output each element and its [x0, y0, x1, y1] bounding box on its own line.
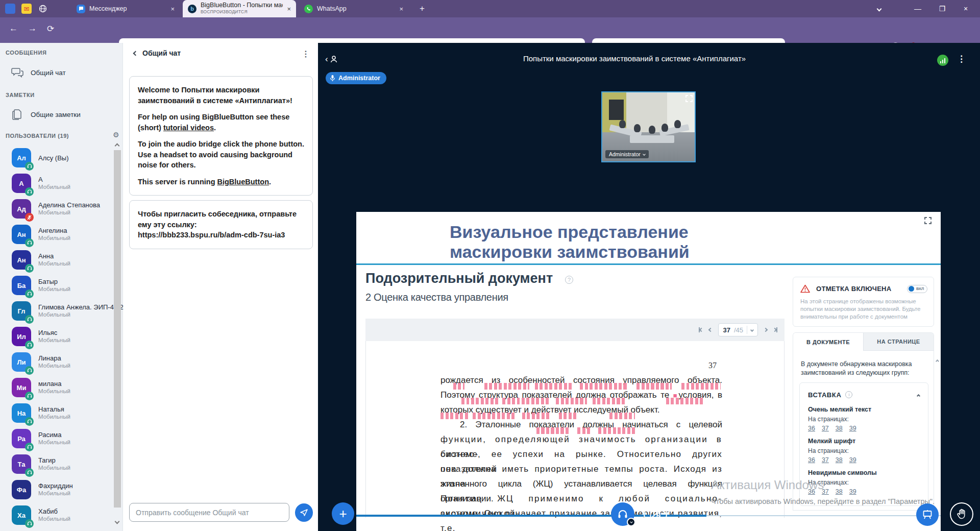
pages-label: На страницах: — [808, 447, 920, 454]
page-link[interactable]: 38 — [836, 425, 843, 432]
globe-icon[interactable] — [38, 4, 48, 14]
user-list-item[interactable]: АдАделина СтепановаМобильный — [0, 196, 113, 222]
prev-page-button[interactable] — [709, 328, 712, 331]
share-webcam-button[interactable] — [644, 502, 667, 526]
chat-options-icon[interactable]: ⋮ — [302, 49, 310, 59]
page-link[interactable]: 37 — [822, 425, 829, 432]
connection-status-icon[interactable] — [937, 55, 948, 66]
avatar: Фа — [12, 480, 31, 499]
tab-bigbluebutton[interactable]: b BigBlueButton - Попытки мас ВОСПРОИЗВО… — [183, 0, 296, 17]
page-link[interactable]: 37 — [822, 456, 829, 464]
tab-messenger[interactable]: Мессенджер × — [71, 0, 180, 17]
tab-search-icon[interactable] — [868, 0, 890, 17]
user-list-item[interactable]: МимиланаМобильный — [0, 375, 113, 400]
windows-activation-watermark: Активация Windows — [711, 478, 824, 492]
close-window-button[interactable]: × — [954, 0, 977, 17]
page-number: 37 — [708, 361, 717, 370]
user-device-label: Мобильный — [38, 464, 70, 472]
last-page-button[interactable] — [773, 327, 777, 332]
sidebar-item-public-chat[interactable]: Общий чат — [0, 61, 123, 84]
collapse-icon[interactable] — [917, 390, 920, 399]
user-list-item[interactable]: ИлИльясМобильный — [0, 324, 113, 349]
page-link[interactable]: 36 — [808, 425, 815, 432]
tab-in-document[interactable]: В ДОКУМЕНТЕ — [793, 333, 863, 351]
mail-pinned-tab-icon[interactable]: ✉ — [21, 4, 32, 14]
bigbluebutton-app: СООБЩЕНИЯ Общий чат ЗАМЕТКИ Общие заметк… — [0, 43, 980, 531]
tab-title: Мессенджер — [89, 5, 127, 12]
next-page-button[interactable] — [764, 328, 767, 331]
info-icon[interactable]: i — [845, 391, 852, 398]
new-tab-button[interactable]: + — [414, 0, 430, 17]
sidebar-scrollbar[interactable] — [114, 143, 121, 509]
user-list-item[interactable]: ХаХабибМобильный — [0, 502, 113, 528]
chat-panel: Общий чат ⋮ Welcome to Попытки маскировк… — [124, 43, 318, 531]
user-list-item[interactable]: ТаТагирМобильный — [0, 451, 113, 477]
user-list-item[interactable]: ЛиЛинараМобильный — [0, 349, 113, 375]
minimize-button[interactable]: — — [906, 0, 929, 17]
first-page-button[interactable] — [699, 327, 703, 332]
tab-on-page[interactable]: НА СТРАНИЦЕ — [863, 333, 934, 351]
close-tab-icon[interactable]: × — [399, 5, 403, 13]
chat-link[interactable]: tutorial videos — [163, 124, 214, 132]
pinned-tab-icon[interactable] — [5, 4, 15, 14]
restore-panel-icon[interactable]: ‹ — [325, 54, 338, 64]
users-header: ПОЛЬЗОВАТЕЛИ (19) — [6, 133, 69, 139]
user-list-item[interactable]: АнАннаМобильный — [0, 247, 113, 273]
close-tab-icon[interactable]: × — [287, 5, 291, 13]
webcam-fullscreen-icon[interactable] — [685, 95, 692, 102]
panel-scroll-up-icon[interactable] — [936, 355, 939, 365]
close-tab-icon[interactable]: × — [170, 5, 175, 13]
users-settings-gear-icon[interactable]: ⚙ — [113, 131, 119, 139]
bigbluebutton-icon: b — [188, 5, 197, 13]
page-link[interactable]: 39 — [849, 488, 856, 495]
user-list-item[interactable]: БаБатырМобильный — [0, 273, 113, 298]
meeting-title: Попытки маскировки заимствований в систе… — [523, 54, 746, 63]
page-link[interactable]: 38 — [836, 456, 843, 464]
user-list-item[interactable]: НаНатальяМобильный — [0, 400, 113, 426]
chat-back-icon[interactable] — [133, 51, 138, 56]
presentation-fullscreen-icon[interactable] — [924, 217, 932, 224]
public-chat-label: Общий чат — [31, 69, 66, 77]
whiteboard-button[interactable] — [916, 503, 939, 526]
sidebar-item-shared-notes[interactable]: Общие заметки — [0, 103, 123, 126]
chat-message-input[interactable] — [129, 503, 289, 522]
user-list-item[interactable]: АлАлсу (Вы) — [0, 145, 113, 171]
user-device-label: Мобильный — [38, 515, 70, 523]
page-select[interactable]: 37/45 — [718, 323, 758, 336]
send-message-button[interactable] — [295, 503, 313, 522]
user-list-item[interactable]: ГлГлимова Анжела. ЭИП-41-20Мобильный — [0, 298, 113, 324]
page-link[interactable]: 36 — [808, 456, 815, 464]
talker-name: Administrator — [338, 75, 380, 82]
forward-icon[interactable]: → — [28, 23, 37, 34]
person — [649, 126, 655, 134]
user-list-item[interactable]: РаРасимаМобильный — [0, 426, 113, 451]
talker-indicator[interactable]: Administrator — [326, 72, 386, 84]
help-icon[interactable]: ? — [565, 276, 573, 284]
user-device-label: Мобильный — [38, 260, 70, 268]
chat-link[interactable]: BigBlueButton — [217, 178, 269, 186]
masking-group: Невидимые символыНа страницах:36373839 — [808, 469, 920, 495]
page-link[interactable]: 39 — [849, 456, 856, 464]
webcam-video[interactable]: Administrator — [601, 91, 696, 162]
webcam-name-tag[interactable]: Administrator — [605, 150, 649, 158]
reload-icon[interactable]: ⟳ — [47, 23, 54, 34]
user-list-item[interactable]: ФаФахриддинМобильный — [0, 477, 113, 502]
actions-plus-button[interactable]: + — [332, 502, 354, 525]
avatar: Ан — [12, 225, 31, 244]
page-link[interactable]: 39 — [849, 425, 856, 432]
headphones-badge-icon — [25, 162, 34, 171]
page-link[interactable]: 38 — [836, 488, 843, 495]
raise-hand-button[interactable] — [950, 502, 973, 526]
audio-options-badge[interactable] — [627, 518, 635, 526]
back-icon[interactable]: ← — [9, 23, 18, 34]
avatar: А — [12, 174, 31, 193]
shared-notes-label: Общие заметки — [31, 111, 81, 118]
marking-toggle[interactable]: ВКЛ — [907, 285, 927, 293]
options-menu-icon[interactable]: ⋮ — [957, 54, 966, 64]
restore-button[interactable]: ❐ — [931, 0, 953, 17]
user-list-item[interactable]: АнАнгелинаМобильный — [0, 222, 113, 247]
tab-whatsapp[interactable]: WhatsApp × — [299, 0, 408, 17]
scrollbar-thumb[interactable] — [114, 150, 121, 508]
user-list-item[interactable]: ААМобильный — [0, 171, 113, 196]
user-name: Ильяс — [38, 329, 70, 336]
